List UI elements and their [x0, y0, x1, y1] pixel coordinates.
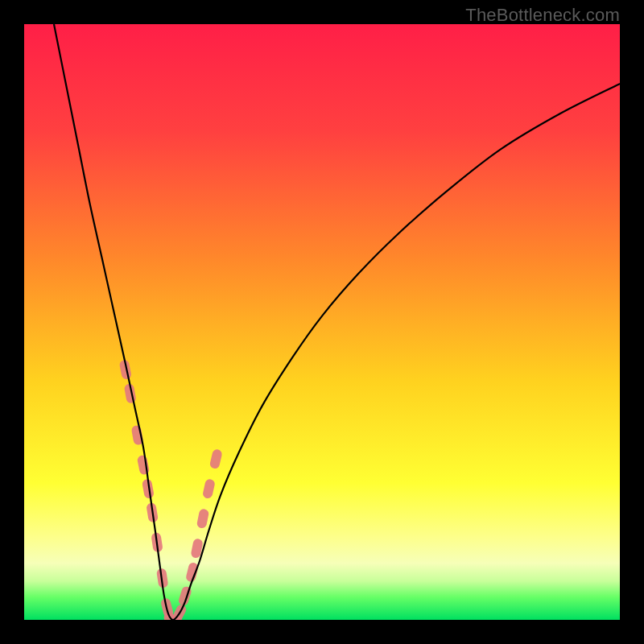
highlight-marker-group: [119, 359, 223, 620]
highlight-marker: [202, 478, 216, 499]
chart-frame: TheBottleneck.com: [0, 0, 644, 644]
watermark-label: TheBottleneck.com: [465, 5, 620, 26]
plot-area: [24, 24, 620, 620]
highlight-marker: [209, 448, 223, 469]
curve-layer: [24, 24, 620, 620]
highlight-marker: [137, 455, 150, 476]
bottleneck-curve: [54, 24, 620, 620]
highlight-marker: [196, 508, 209, 529]
